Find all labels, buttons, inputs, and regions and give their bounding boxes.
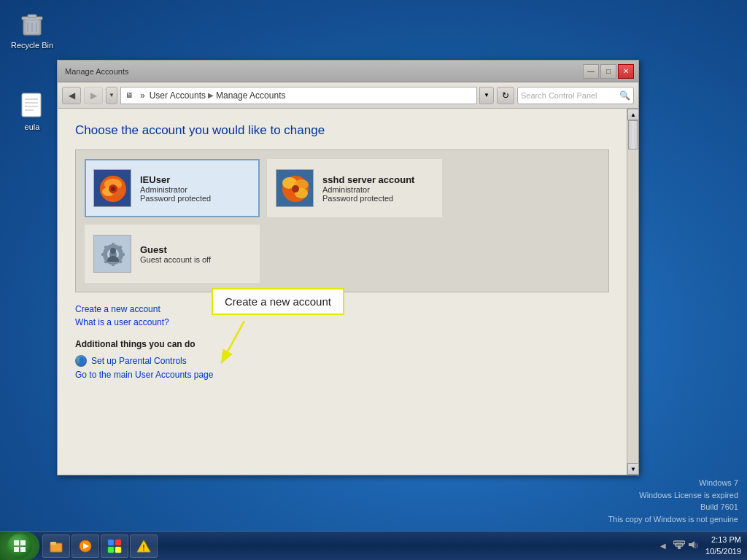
taskbar-item-media[interactable] bbox=[71, 534, 99, 558]
scrollbar: ▲ ▼ bbox=[627, 109, 638, 475]
guest-info: Guest Guest account is off bbox=[140, 244, 211, 264]
address-bar: 🖥 » User Accounts ▶ Manage Accounts bbox=[120, 87, 477, 104]
navigation-bar: ◀ ▶ ▼ 🖥 » User Accounts ▶ Manage Account… bbox=[58, 82, 638, 109]
start-button[interactable] bbox=[0, 532, 39, 561]
breadcrumb-arrow: ▶ bbox=[208, 91, 214, 99]
scrollbar-track[interactable] bbox=[627, 120, 638, 463]
system-tray: )))) bbox=[670, 540, 701, 552]
svg-point-25 bbox=[292, 185, 299, 192]
svg-rect-57 bbox=[673, 541, 685, 544]
scroll-up-button[interactable]: ▲ bbox=[627, 109, 638, 120]
svg-text:!: ! bbox=[142, 544, 144, 552]
main-user-accounts-link[interactable]: Go to the main User Accounts page bbox=[75, 370, 609, 380]
scrollbar-thumb[interactable] bbox=[628, 120, 638, 149]
parental-controls-link[interactable]: Set up Parental Controls bbox=[91, 356, 187, 366]
account-card-ieuser[interactable]: IEUser Administrator Password protected bbox=[85, 159, 260, 217]
ieuser-type: Administrator bbox=[140, 185, 211, 194]
eula-image bbox=[18, 90, 47, 120]
recycle-bin-image bbox=[18, 9, 47, 38]
window-title: Manage Accounts bbox=[65, 67, 128, 76]
close-button[interactable]: ✕ bbox=[618, 64, 634, 79]
address-dropdown-button[interactable]: ▼ bbox=[479, 87, 494, 104]
desktop: Recycle Bin eula Manage Accounts — □ ✕ bbox=[0, 0, 747, 560]
ieuser-info: IEUser Administrator Password protected bbox=[140, 174, 211, 203]
page-title: Choose the account you would like to cha… bbox=[75, 123, 609, 138]
tray-volume-icon[interactable]: )))) bbox=[688, 540, 698, 552]
svg-rect-51 bbox=[108, 547, 114, 553]
svg-rect-42 bbox=[20, 540, 26, 545]
tray-arrow[interactable]: ◀ bbox=[660, 542, 666, 550]
svg-rect-43 bbox=[14, 547, 19, 552]
minimize-button[interactable]: — bbox=[583, 64, 599, 79]
additional-section: Additional things you can do 👤 Set up Pa… bbox=[75, 339, 609, 380]
create-account-link[interactable]: Create a new account bbox=[75, 304, 609, 314]
search-placeholder: Search Control Panel bbox=[521, 91, 597, 100]
watermark-line1: Windows 7 bbox=[608, 477, 738, 489]
svg-marker-58 bbox=[689, 541, 694, 548]
recycle-bin-icon[interactable]: Recycle Bin bbox=[6, 6, 58, 52]
taskbar-item-explorer[interactable] bbox=[42, 534, 70, 558]
parental-controls-link-row: 👤 Set up Parental Controls bbox=[75, 355, 609, 367]
maximize-button[interactable]: □ bbox=[600, 64, 616, 79]
taskbar-right: ◀ )))) 2:13 PM 10/5 bbox=[654, 534, 747, 557]
ieuser-avatar bbox=[93, 169, 131, 207]
svg-rect-30 bbox=[112, 262, 115, 266]
svg-rect-44 bbox=[20, 547, 26, 552]
eula-desktop-icon[interactable]: eula bbox=[6, 88, 58, 134]
window-content: Choose the account you would like to cha… bbox=[58, 109, 638, 475]
account-card-guest[interactable]: Guest Guest account is off bbox=[85, 225, 260, 283]
breadcrumb-manage-accounts[interactable]: Manage Accounts bbox=[216, 90, 285, 101]
ieuser-status: Password protected bbox=[140, 194, 211, 203]
breadcrumb-user-accounts[interactable]: User Accounts bbox=[150, 90, 206, 101]
taskbar-item-control-panel[interactable] bbox=[101, 534, 128, 558]
scroll-down-button[interactable]: ▼ bbox=[627, 463, 638, 475]
titlebar-buttons: — □ ✕ bbox=[583, 64, 634, 79]
guest-name: Guest bbox=[140, 244, 211, 255]
address-bar-icon: 🖥 bbox=[125, 90, 137, 101]
sshd-status: Password protected bbox=[322, 194, 414, 203]
tray-network-icon[interactable] bbox=[673, 540, 685, 552]
watermark-line3: Build 7601 bbox=[608, 501, 738, 513]
svg-rect-6 bbox=[26, 19, 39, 34]
account-card-sshd[interactable]: sshd server account Administrator Passwo… bbox=[267, 159, 442, 217]
breadcrumb-separator-left: » bbox=[140, 90, 145, 101]
clock-time: 2:13 PM bbox=[705, 534, 741, 545]
sshd-type: Administrator bbox=[322, 185, 414, 194]
svg-text:)))): )))) bbox=[695, 542, 699, 548]
watermark-line4: This copy of Windows is not genuine bbox=[608, 513, 738, 526]
back-button[interactable]: ◀ bbox=[62, 87, 81, 104]
sshd-info: sshd server account Administrator Passwo… bbox=[322, 174, 414, 203]
svg-rect-32 bbox=[120, 253, 125, 256]
recycle-bin-label: Recycle Bin bbox=[11, 41, 53, 50]
forward-button[interactable]: ▶ bbox=[84, 87, 103, 104]
svg-rect-7 bbox=[22, 93, 41, 117]
search-icon: 🔍 bbox=[619, 90, 630, 101]
svg-rect-31 bbox=[101, 253, 106, 256]
accounts-grid: IEUser Administrator Password protected bbox=[75, 149, 609, 292]
svg-rect-41 bbox=[14, 540, 19, 545]
refresh-button[interactable]: ↻ bbox=[497, 87, 514, 104]
taskbar: ! ◀ )))) bbox=[0, 531, 747, 560]
parental-controls-icon: 👤 bbox=[75, 355, 87, 367]
clock-date: 10/5/2019 bbox=[705, 546, 741, 557]
clock[interactable]: 2:13 PM 10/5/2019 bbox=[705, 534, 741, 557]
watermark-line2: Windows License is expired bbox=[608, 489, 738, 502]
svg-rect-49 bbox=[108, 540, 114, 545]
nav-dropdown-button[interactable]: ▼ bbox=[106, 87, 117, 104]
eula-label: eula bbox=[25, 122, 40, 131]
svg-rect-52 bbox=[115, 547, 121, 553]
svg-point-18 bbox=[111, 187, 115, 191]
taskbar-items: ! bbox=[39, 534, 654, 558]
watermark: Windows 7 Windows License is expired Bui… bbox=[608, 477, 738, 525]
search-box[interactable]: Search Control Panel 🔍 bbox=[517, 87, 634, 104]
window-titlebar: Manage Accounts — □ ✕ bbox=[58, 61, 638, 82]
svg-rect-2 bbox=[28, 15, 36, 18]
sshd-name: sshd server account bbox=[322, 174, 414, 185]
svg-rect-50 bbox=[115, 540, 121, 545]
guest-avatar bbox=[93, 235, 131, 273]
taskbar-item-warning[interactable]: ! bbox=[130, 534, 158, 558]
svg-rect-46 bbox=[50, 542, 56, 545]
what-is-link[interactable]: What is a user account? bbox=[75, 317, 609, 327]
manage-accounts-window: Manage Accounts — □ ✕ ◀ ▶ ▼ 🖥 » User Acc… bbox=[57, 60, 639, 475]
additional-title: Additional things you can do bbox=[75, 339, 609, 349]
